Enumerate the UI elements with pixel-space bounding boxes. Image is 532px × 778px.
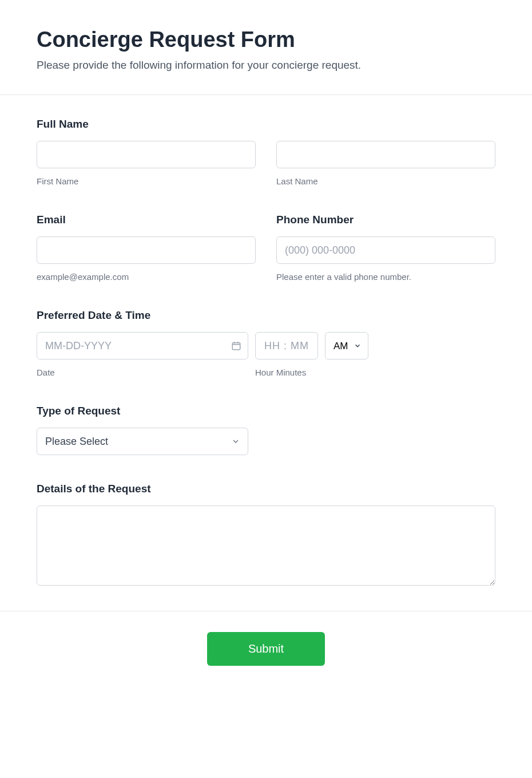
email-input[interactable] xyxy=(37,236,256,264)
full-name-group: Full Name First Name Last Name xyxy=(37,118,495,186)
time-sublabel: Hour Minutes xyxy=(255,368,368,377)
first-name-input[interactable] xyxy=(37,141,256,168)
request-type-select[interactable]: Please Select xyxy=(37,428,248,455)
last-name-input[interactable] xyxy=(276,141,495,168)
calendar-icon xyxy=(231,341,241,351)
details-textarea[interactable] xyxy=(37,505,495,586)
details-group: Details of the Request xyxy=(37,483,495,588)
phone-input[interactable] xyxy=(276,236,495,264)
date-sublabel: Date xyxy=(37,368,248,377)
submit-button[interactable]: Submit xyxy=(207,632,325,666)
first-name-sublabel: First Name xyxy=(37,176,256,186)
datetime-group: Preferred Date & Time Date xyxy=(37,309,495,377)
email-group: Email example@example.com xyxy=(37,214,256,282)
last-name-sublabel: Last Name xyxy=(276,176,495,186)
form-body: Full Name First Name Last Name Email exa… xyxy=(0,95,532,611)
email-label: Email xyxy=(37,214,256,226)
date-input[interactable] xyxy=(37,332,248,360)
email-hint: example@example.com xyxy=(37,272,256,282)
full-name-label: Full Name xyxy=(37,118,495,131)
page-title: Concierge Request Form xyxy=(37,27,495,52)
svg-rect-0 xyxy=(232,343,240,350)
datetime-label: Preferred Date & Time xyxy=(37,309,495,322)
phone-label: Phone Number xyxy=(276,214,495,226)
phone-group: Phone Number Please enter a valid phone … xyxy=(276,214,495,282)
request-type-label: Type of Request xyxy=(37,405,495,417)
form-footer: Submit xyxy=(0,611,532,694)
time-input[interactable] xyxy=(255,332,318,360)
request-type-group: Type of Request Please Select xyxy=(37,405,495,455)
phone-hint: Please enter a valid phone number. xyxy=(276,272,495,282)
page-subtitle: Please provide the following information… xyxy=(37,59,495,72)
details-label: Details of the Request xyxy=(37,483,495,495)
ampm-select[interactable]: AM xyxy=(325,332,368,360)
form-header: Concierge Request Form Please provide th… xyxy=(0,0,532,95)
